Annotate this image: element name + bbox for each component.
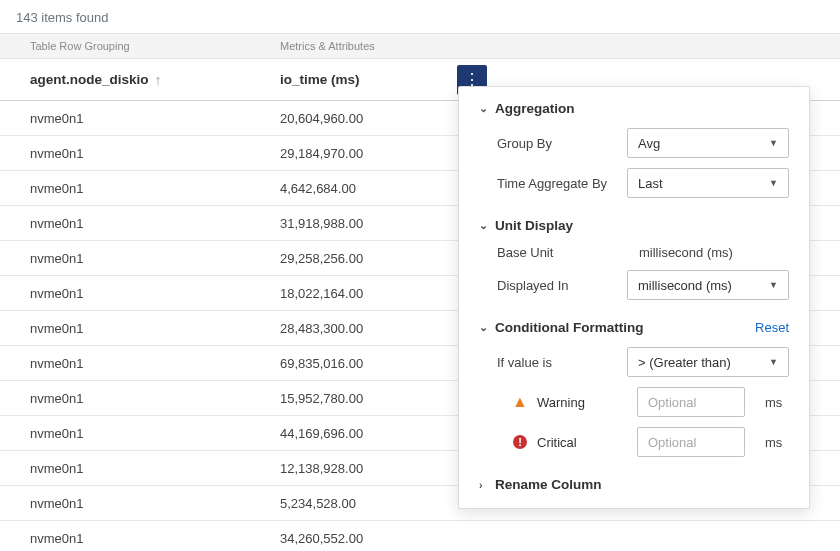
chevron-down-icon: ⌄	[479, 321, 489, 334]
critical-label: Critical	[537, 435, 627, 450]
displayed-in-select[interactable]: millisecond (ms) ▼	[627, 270, 789, 300]
table-row[interactable]: nvme0n134,260,552.00	[0, 521, 840, 551]
warning-label: Warning	[537, 395, 627, 410]
displayed-in-value: millisecond (ms)	[638, 278, 732, 293]
caret-down-icon: ▼	[769, 280, 778, 290]
sort-asc-icon: ↑	[155, 72, 162, 88]
group-cell: nvme0n1	[0, 286, 260, 301]
column-header-group[interactable]: agent.node_diskio ↑	[0, 72, 260, 88]
section-conditional[interactable]: ⌄ Conditional Formatting Reset	[479, 320, 789, 335]
critical-input[interactable]	[637, 427, 745, 457]
group-cell: nvme0n1	[0, 531, 260, 546]
time-agg-value: Last	[638, 176, 663, 191]
group-cell: nvme0n1	[0, 251, 260, 266]
warning-input[interactable]	[637, 387, 745, 417]
time-agg-label: Time Aggregate By	[497, 176, 627, 191]
warning-unit: ms	[765, 395, 782, 410]
group-cell: nvme0n1	[0, 146, 260, 161]
group-cell: nvme0n1	[0, 216, 260, 231]
section-unit-display[interactable]: ⌄ Unit Display	[479, 218, 789, 233]
header-section-metrics: Metrics & Attributes	[260, 40, 840, 52]
header-section-grouping: Table Row Grouping	[0, 40, 260, 52]
section-rename[interactable]: › Rename Column	[479, 477, 789, 492]
critical-icon: !	[513, 435, 527, 449]
group-cell: nvme0n1	[0, 321, 260, 336]
reset-link[interactable]: Reset	[755, 320, 789, 335]
section-aggregation[interactable]: ⌄ Aggregation	[479, 101, 789, 116]
group-cell: nvme0n1	[0, 356, 260, 371]
critical-unit: ms	[765, 435, 782, 450]
column-header-group-label: agent.node_diskio	[30, 72, 149, 87]
section-rename-label: Rename Column	[495, 477, 602, 492]
column-header-metric-label: io_time (ms)	[280, 72, 360, 87]
group-cell: nvme0n1	[0, 181, 260, 196]
group-by-label: Group By	[497, 136, 627, 151]
chevron-right-icon: ›	[479, 479, 489, 491]
section-conditional-label: Conditional Formatting	[495, 320, 643, 335]
caret-down-icon: ▼	[769, 178, 778, 188]
group-cell: nvme0n1	[0, 426, 260, 441]
warning-icon: ▲	[513, 393, 527, 411]
time-agg-select[interactable]: Last ▼	[627, 168, 789, 198]
group-cell: nvme0n1	[0, 391, 260, 406]
section-aggregation-label: Aggregation	[495, 101, 575, 116]
caret-down-icon: ▼	[769, 138, 778, 148]
displayed-in-label: Displayed In	[497, 278, 627, 293]
header-group-band: Table Row Grouping Metrics & Attributes	[0, 33, 840, 59]
base-unit-label: Base Unit	[497, 245, 627, 260]
items-found: 143 items found	[0, 0, 840, 33]
group-cell: nvme0n1	[0, 461, 260, 476]
group-cell: nvme0n1	[0, 111, 260, 126]
value-cell: 34,260,552.00	[260, 531, 840, 546]
chevron-down-icon: ⌄	[479, 102, 489, 115]
group-cell: nvme0n1	[0, 496, 260, 511]
column-settings-popover: ⌄ Aggregation Group By Avg ▼ Time Aggreg…	[458, 86, 810, 509]
group-by-value: Avg	[638, 136, 660, 151]
base-unit-value: millisecond (ms)	[627, 245, 789, 260]
caret-down-icon: ▼	[769, 357, 778, 367]
section-unit-display-label: Unit Display	[495, 218, 573, 233]
chevron-down-icon: ⌄	[479, 219, 489, 232]
column-header-metric[interactable]: io_time (ms)	[260, 72, 840, 87]
comparator-select[interactable]: > (Greater than) ▼	[627, 347, 789, 377]
comparator-value: > (Greater than)	[638, 355, 731, 370]
if-value-label: If value is	[497, 355, 627, 370]
group-by-select[interactable]: Avg ▼	[627, 128, 789, 158]
